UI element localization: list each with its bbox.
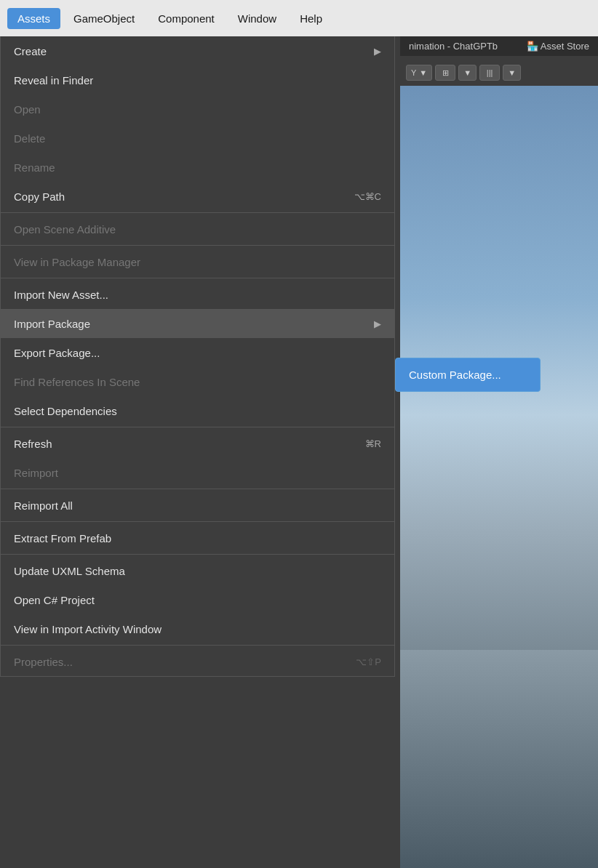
editor-title-bar: nimation - ChatGPTb 🏪 Asset Store xyxy=(400,36,598,56)
menu-item-open-scene-additive: Open Scene Additive xyxy=(1,214,394,244)
menu-bar: Assets GameObject Component Window Help xyxy=(0,0,598,36)
editor-title-text: nimation - ChatGPTb xyxy=(409,41,498,52)
menu-item-reimport: Reimport xyxy=(1,458,394,487)
copy-path-shortcut: ⌥⌘C xyxy=(354,191,381,202)
refresh-shortcut: ⌘R xyxy=(365,438,381,449)
editor-toolbar: Y ▼ ⊞ ▼ ||| ▼ xyxy=(400,60,598,86)
separator-4 xyxy=(1,427,394,427)
toolbar-bars-dropdown[interactable]: ▼ xyxy=(503,65,521,81)
menu-item-extract-from-prefab[interactable]: Extract From Prefab xyxy=(1,523,394,552)
menu-item-find-references: Find References In Scene xyxy=(1,367,394,396)
menu-bar-item-component[interactable]: Component xyxy=(148,8,225,29)
import-package-submenu: Custom Package... xyxy=(395,358,541,392)
separator-5 xyxy=(1,489,394,489)
menu-bar-item-gameobject[interactable]: GameObject xyxy=(63,8,145,29)
menu-item-open-csharp[interactable]: Open C# Project xyxy=(1,585,394,614)
menu-item-import-package[interactable]: Import Package ▶ xyxy=(1,309,394,338)
menu-bar-item-window[interactable]: Window xyxy=(228,8,287,29)
toolbar-grid-dropdown[interactable]: ▼ xyxy=(458,65,477,81)
menu-item-create[interactable]: Create ▶ xyxy=(1,36,394,65)
separator-2 xyxy=(1,245,394,246)
toolbar-grid-btn[interactable]: ⊞ xyxy=(435,65,455,81)
menu-item-export-package[interactable]: Export Package... xyxy=(1,338,394,367)
separator-8 xyxy=(1,645,394,646)
separator-1 xyxy=(1,212,394,213)
menu-item-view-package-manager: View in Package Manager xyxy=(1,247,394,276)
menu-item-view-import-activity[interactable]: View in Import Activity Window xyxy=(1,614,394,643)
menu-item-delete: Delete xyxy=(1,124,394,153)
toolbar-bars-btn[interactable]: ||| xyxy=(479,65,500,81)
menu-item-import-new-asset[interactable]: Import New Asset... xyxy=(1,280,394,309)
menu-item-refresh[interactable]: Refresh ⌘R xyxy=(1,429,394,458)
submenu-item-custom-package[interactable]: Custom Package... xyxy=(396,361,540,388)
menu-bar-item-assets[interactable]: Assets xyxy=(7,8,60,29)
menu-item-properties: Properties... ⌥⇧P xyxy=(1,647,394,676)
menu-item-reveal-finder[interactable]: Reveal in Finder xyxy=(1,65,394,95)
menu-item-copy-path[interactable]: Copy Path ⌥⌘C xyxy=(1,182,394,211)
arrow-icon: ▶ xyxy=(374,46,381,57)
menu-item-update-uxml[interactable]: Update UXML Schema xyxy=(1,556,394,585)
menu-item-open: Open xyxy=(1,95,394,124)
import-package-arrow-icon: ▶ xyxy=(374,318,381,329)
toolbar-y-dropdown[interactable]: Y ▼ xyxy=(406,65,432,81)
asset-store-label: 🏪 Asset Store xyxy=(527,41,589,52)
menu-item-select-dependencies[interactable]: Select Dependencies xyxy=(1,396,394,425)
separator-7 xyxy=(1,554,394,555)
menu-item-reimport-all[interactable]: Reimport All xyxy=(1,491,394,520)
assets-dropdown-menu: Create ▶ Reveal in Finder Open Delete Re… xyxy=(0,36,395,677)
menu-item-rename: Rename xyxy=(1,153,394,182)
properties-shortcut: ⌥⇧P xyxy=(356,656,381,667)
separator-6 xyxy=(1,521,394,522)
menu-bar-item-help[interactable]: Help xyxy=(290,8,332,29)
scene-bottom xyxy=(400,650,598,868)
scene-viewport xyxy=(400,63,598,650)
separator-3 xyxy=(1,278,394,278)
